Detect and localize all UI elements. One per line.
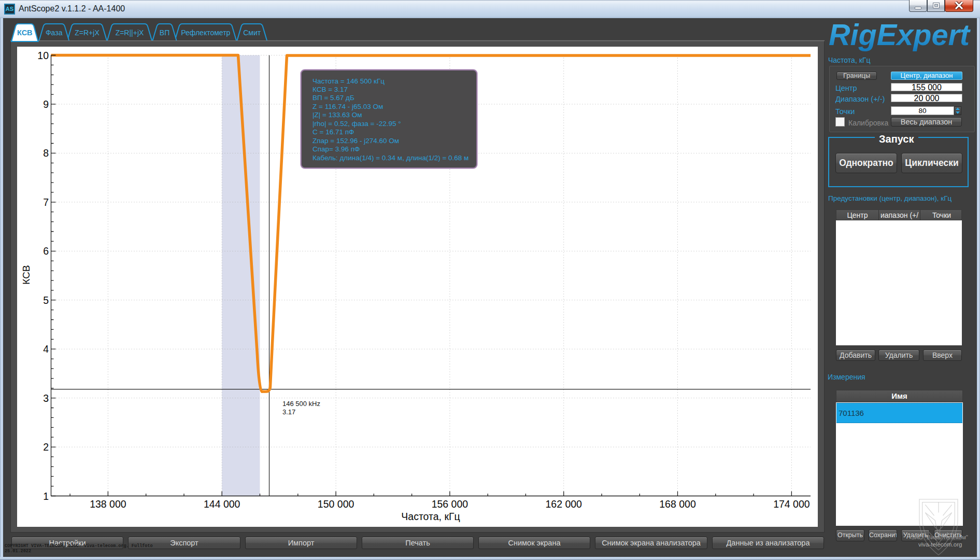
svg-text:156 000: 156 000 (432, 498, 468, 510)
svg-text:КСВ: КСВ (21, 265, 32, 284)
svg-text:Частота, кГц: Частота, кГц (401, 511, 460, 522)
svg-text:Z=R+jX: Z=R+jX (75, 29, 100, 37)
svg-text:4: 4 (43, 343, 49, 355)
svg-text:RigExpert: RigExpert (829, 18, 971, 51)
svg-text:144 000: 144 000 (204, 498, 240, 510)
svg-text:6: 6 (43, 245, 49, 257)
svg-text:5: 5 (43, 295, 49, 306)
svg-text:3.17: 3.17 (282, 408, 295, 416)
svg-text:9: 9 (43, 99, 49, 110)
svg-text:174 000: 174 000 (773, 498, 810, 510)
svg-text:КСВ: КСВ (17, 29, 33, 37)
svg-text:Рефлектометр: Рефлектометр (181, 29, 230, 37)
svg-text:2: 2 (43, 441, 49, 453)
svg-text:Фаза: Фаза (46, 29, 63, 37)
svg-text:7: 7 (43, 197, 49, 208)
svg-text:ВП: ВП (160, 29, 169, 37)
svg-text:10: 10 (37, 50, 49, 61)
svg-text:8: 8 (43, 147, 49, 159)
svg-text:138 000: 138 000 (90, 498, 126, 510)
svg-text:Смит: Смит (243, 29, 261, 37)
svg-text:162 000: 162 000 (545, 498, 582, 510)
svg-text:Z=R||+jX: Z=R||+jX (116, 29, 144, 37)
svg-text:146 500 kHz: 146 500 kHz (282, 400, 320, 408)
svg-text:1: 1 (43, 491, 49, 502)
svg-text:150 000: 150 000 (318, 498, 354, 510)
svg-text:168 000: 168 000 (659, 498, 696, 510)
svg-text:3: 3 (43, 393, 49, 404)
